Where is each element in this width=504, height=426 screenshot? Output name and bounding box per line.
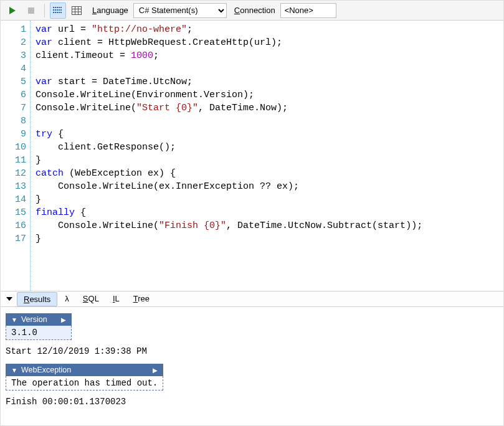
code-line[interactable]: var client = HttpWebRequest.CreateHttp(u…: [36, 36, 498, 49]
code-line[interactable]: Console.WriteLine("Start {0}", DateTime.…: [36, 102, 498, 115]
svg-rect-15: [59, 12, 60, 13]
code-line[interactable]: Console.WriteLine("Finish {0}", DateTime…: [36, 219, 498, 232]
code-line[interactable]: }: [36, 193, 498, 206]
results-rich-view-button[interactable]: [50, 2, 66, 19]
svg-rect-11: [60, 9, 62, 11]
connection-label: Connection: [234, 6, 275, 15]
line-number: 1: [7, 23, 26, 36]
code-line[interactable]: var url = "http://no-where";: [36, 23, 498, 36]
svg-marker-22: [6, 297, 12, 301]
exception-result-box[interactable]: ▼ WebException ▶ The operation has timed…: [6, 364, 163, 391]
code-line[interactable]: var start = DateTime.UtcNow;: [36, 75, 498, 88]
code-line[interactable]: }: [36, 232, 498, 245]
tab-λ[interactable]: λ: [59, 292, 75, 306]
code-editor[interactable]: 1234567891011121314151617 var url = "htt…: [1, 21, 503, 291]
triangle-down-icon: ▼: [11, 367, 17, 374]
svg-rect-13: [55, 12, 56, 13]
toolbar-separator: [44, 4, 45, 17]
svg-rect-5: [59, 7, 60, 8]
line-number: 3: [7, 49, 26, 62]
code-line[interactable]: [36, 115, 498, 128]
code-line[interactable]: catch (WebException ex) {: [36, 167, 498, 180]
line-number: 17: [7, 232, 26, 245]
exception-value: The operation has timed out.: [6, 376, 163, 391]
line-number: 2: [7, 36, 26, 49]
version-result-box[interactable]: ▼ Version ▶ 3.1.0: [6, 313, 72, 340]
code-line[interactable]: }: [36, 154, 498, 167]
finish-output-line: Finish 00:00:01.1370023: [6, 397, 498, 407]
line-number: 9: [7, 128, 26, 141]
run-button[interactable]: [4, 2, 21, 19]
svg-marker-0: [9, 7, 16, 14]
results-tabs: ResultsλSQLILTree: [1, 291, 503, 307]
line-number: 6: [7, 88, 26, 102]
svg-rect-17: [72, 6, 82, 14]
language-label: Language: [92, 6, 128, 15]
triangle-right-icon: ▶: [51, 316, 66, 323]
code-area[interactable]: var url = "http://no-where";var client =…: [31, 21, 503, 291]
start-output-line: Start 12/10/2019 1:39:38 PM: [6, 346, 498, 356]
results-panel: ▼ Version ▶ 3.1.0 Start 12/10/2019 1:39:…: [1, 307, 503, 425]
svg-rect-3: [55, 7, 56, 8]
code-line[interactable]: client.GetResponse();: [36, 141, 498, 154]
svg-rect-2: [53, 7, 54, 8]
line-number: 11: [7, 154, 26, 167]
connection-dropdown[interactable]: <None>: [280, 3, 336, 18]
tab-il[interactable]: IL: [107, 292, 126, 306]
svg-rect-1: [28, 7, 34, 14]
collapse-results-icon[interactable]: [4, 294, 14, 304]
line-number: 13: [7, 180, 26, 193]
toolbar: Language C# Statement(s) Connection <Non…: [1, 1, 503, 21]
version-header[interactable]: ▼ Version ▶: [6, 313, 72, 326]
svg-rect-9: [57, 9, 58, 11]
code-line[interactable]: finally {: [36, 206, 498, 219]
svg-rect-10: [59, 9, 60, 11]
code-line[interactable]: client.Timeout = 1000;: [36, 49, 498, 62]
svg-rect-7: [53, 9, 54, 11]
language-dropdown[interactable]: C# Statement(s): [133, 3, 227, 18]
code-line[interactable]: try {: [36, 128, 498, 141]
line-number: 16: [7, 219, 26, 232]
triangle-right-icon: ▶: [143, 367, 158, 374]
results-grid-view-button[interactable]: [69, 2, 85, 19]
connection-value: <None>: [285, 6, 313, 15]
svg-rect-8: [55, 9, 56, 11]
version-value: 3.1.0: [6, 326, 72, 340]
line-number: 5: [7, 75, 26, 88]
code-line[interactable]: Console.WriteLine(Environment.Version);: [36, 88, 498, 102]
svg-rect-16: [60, 12, 62, 13]
svg-rect-6: [60, 7, 62, 8]
exception-header-label: WebException: [21, 366, 71, 374]
tab-tree[interactable]: Tree: [127, 292, 156, 306]
tab-results[interactable]: Results: [17, 292, 57, 306]
line-number: 10: [7, 141, 26, 154]
exception-header[interactable]: ▼ WebException ▶: [6, 364, 163, 376]
code-line[interactable]: [36, 62, 498, 75]
tab-sql[interactable]: SQL: [77, 292, 105, 306]
code-line[interactable]: Console.WriteLine(ex.InnerException ?? e…: [36, 180, 498, 193]
line-number: 7: [7, 102, 26, 115]
svg-rect-14: [57, 12, 58, 13]
line-number: 4: [7, 62, 26, 75]
line-number-gutter: 1234567891011121314151617: [1, 21, 31, 291]
triangle-down-icon: ▼: [11, 316, 17, 323]
line-number: 8: [7, 115, 26, 128]
line-number: 15: [7, 206, 26, 219]
svg-rect-4: [57, 7, 58, 8]
version-header-label: Version: [21, 315, 47, 324]
line-number: 14: [7, 193, 26, 206]
svg-rect-12: [53, 12, 54, 13]
line-number: 12: [7, 167, 26, 180]
stop-button[interactable]: [23, 2, 39, 19]
